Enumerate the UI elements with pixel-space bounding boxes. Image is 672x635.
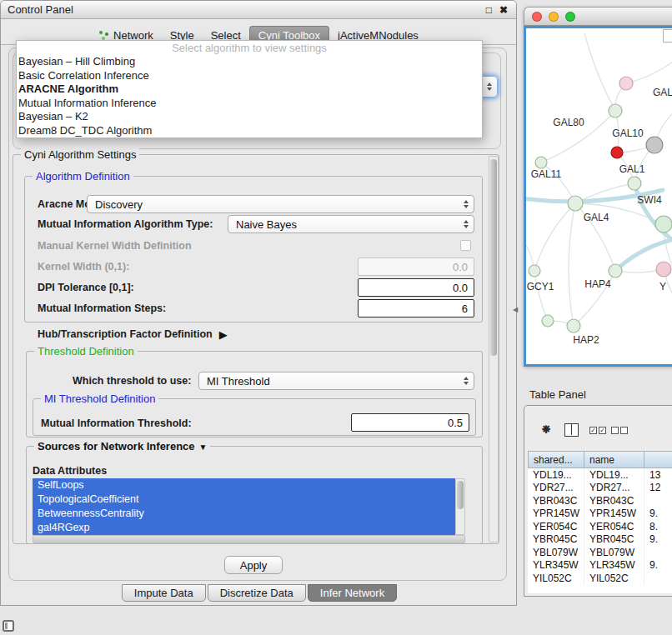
show-panel-icon[interactable] xyxy=(3,620,14,632)
network-node[interactable] xyxy=(609,264,622,278)
network-edge[interactable] xyxy=(569,203,575,326)
dropdown-placeholder: Select algorithm to view settings xyxy=(17,41,482,55)
algorithm-option-aracne-algorithm[interactable]: ARACNE Algorithm xyxy=(17,82,482,97)
node-label-gal1: GAL1 xyxy=(619,163,645,175)
table-row[interactable]: YBR043CYBR043C xyxy=(528,494,672,508)
table-row[interactable]: YPR145WYPR145W9. xyxy=(528,508,672,521)
attributes-scrollbar-vertical[interactable] xyxy=(455,478,465,535)
bottom-tab-infer-network[interactable]: Infer Network xyxy=(308,584,397,602)
network-edge[interactable] xyxy=(584,33,615,111)
table-row[interactable]: YDR27...YDR27...12 xyxy=(528,482,672,495)
table-cell: YBR045C xyxy=(528,533,584,547)
network-node[interactable] xyxy=(628,177,641,190)
network-window-titlebar xyxy=(524,7,672,26)
mi-steps-field[interactable]: 6 xyxy=(358,299,474,318)
algorithm-option-bayesian-hill-climbing[interactable]: Bayesian – Hill Climbing xyxy=(17,55,482,69)
network-node[interactable] xyxy=(611,147,623,158)
network-edge[interactable] xyxy=(626,62,672,83)
collapsed-triangle-icon[interactable]: ▶ xyxy=(219,329,228,340)
hub-section-header[interactable]: Hub/Transcription Factor Definition ▶ xyxy=(38,328,228,341)
mi-type-select[interactable]: Naive Bayes xyxy=(228,215,474,233)
network-node[interactable] xyxy=(542,315,554,327)
table-cell: YIL052C xyxy=(584,572,644,585)
expanded-triangle-icon[interactable]: ▼ xyxy=(199,442,208,452)
table-row[interactable]: YIL052CYIL052C xyxy=(528,572,672,585)
table-panel-window: ++ ✓✓ shared...name YDL19...YDL19...13YD… xyxy=(524,405,672,597)
attribute-item-betweennesscentrality[interactable]: BetweennessCentrality xyxy=(33,507,455,521)
node-label-gal: GAL xyxy=(653,87,672,98)
table-cell: YER054C xyxy=(584,520,644,533)
attribute-item-selfloops[interactable]: SelfLoops xyxy=(33,478,455,492)
settings-group-title: Cyni Algorithm Settings xyxy=(21,148,139,161)
table-body: YDL19...YDL19...13YDR27...YDR27...12YBR0… xyxy=(528,468,672,593)
columns-icon[interactable] xyxy=(564,423,579,437)
table-row[interactable]: YBL079WYBL079W xyxy=(528,546,672,559)
hub-section-label: Hub/Transcription Factor Definition xyxy=(38,328,213,341)
attribute-item-topologicalcoefficient[interactable]: TopologicalCoefficient xyxy=(33,492,455,507)
aracne-mode-select[interactable]: Discovery xyxy=(87,195,474,213)
unselect-all-columns-icon[interactable] xyxy=(611,427,628,434)
node-label-hap4: HAP4 xyxy=(584,278,611,290)
network-canvas[interactable]: GAL80GALGAL10GAL11GAL1SWI4GAL4GCY1HAP4YH… xyxy=(524,26,672,367)
float-window-icon[interactable]: □ xyxy=(486,4,492,16)
network-edge[interactable] xyxy=(534,271,548,321)
bottom-tab-discretize-data[interactable]: Discretize Data xyxy=(208,584,306,602)
table-cell: YBR043C xyxy=(528,494,584,508)
table-row[interactable]: YDL19...YDL19...13 xyxy=(528,468,672,482)
panel-splitter-arrow-icon[interactable]: ◀ xyxy=(513,306,518,313)
stepper-arrows-icon xyxy=(464,377,469,385)
column-header-shared-[interactable]: shared... xyxy=(528,451,584,468)
algorithm-option-basic-correlation-inference[interactable]: Basic Correlation Inference xyxy=(17,69,482,83)
dpi-tolerance-label: DPI Tolerance [0,1]: xyxy=(38,282,134,294)
node-label-gal4: GAL4 xyxy=(584,212,609,223)
network-node[interactable] xyxy=(656,262,671,277)
column-header-name[interactable]: name xyxy=(584,451,644,468)
select-all-columns-icon[interactable]: ✓✓ xyxy=(589,427,606,434)
table-cell: 12 xyxy=(644,482,672,495)
node-label-gal80: GAL80 xyxy=(553,117,584,128)
network-node[interactable] xyxy=(646,137,663,153)
dpi-tolerance-field[interactable]: 0.0 xyxy=(358,278,474,297)
stepper-arrows-icon xyxy=(464,200,469,208)
manual-kernel-checkbox[interactable] xyxy=(460,240,471,251)
network-node[interactable] xyxy=(609,104,622,118)
settings-scrollbar[interactable] xyxy=(489,156,499,542)
network-node[interactable] xyxy=(568,196,583,211)
control-panel-titlebar: Control Panel □ ✖ xyxy=(1,1,516,19)
minimize-traffic-light[interactable] xyxy=(549,12,559,22)
node-label-swi4: SWI4 xyxy=(637,194,662,206)
network-node[interactable] xyxy=(535,157,547,168)
sources-group-header[interactable]: Sources for Network Inference▼ xyxy=(34,440,210,453)
which-threshold-select[interactable]: MI Threshold xyxy=(198,372,474,390)
table-cell: YLR345W xyxy=(584,559,644,572)
close-traffic-light[interactable] xyxy=(532,12,542,22)
table-cell: YBL079W xyxy=(584,546,644,559)
algorithm-dropdown-popup: Select algorithm to view settings Bayesi… xyxy=(16,40,483,138)
table-header: shared...name xyxy=(528,451,672,468)
table-cell: YDR27... xyxy=(584,482,644,495)
column-header-2[interactable] xyxy=(644,451,672,468)
table-row[interactable]: YBR045CYBR045C9. xyxy=(528,533,672,547)
table-row[interactable]: YLR345WYLR345W9. xyxy=(528,559,672,572)
mi-threshold-field[interactable]: 0.5 xyxy=(351,413,469,432)
mi-threshold-label: Mutual Information Threshold: xyxy=(41,418,192,430)
algorithm-option-dream8-dc-tdc-algorithm[interactable]: Dream8 DC_TDC Algorithm xyxy=(17,124,482,138)
node-label-y: Y xyxy=(659,281,666,292)
apply-button[interactable]: Apply xyxy=(224,556,283,574)
bottom-tab-impute-data[interactable]: Impute Data xyxy=(122,584,206,602)
network-node[interactable] xyxy=(619,77,633,90)
table-cell: YDL19... xyxy=(584,468,644,482)
zoom-traffic-light[interactable] xyxy=(565,12,575,22)
network-node[interactable] xyxy=(567,319,580,332)
network-node[interactable] xyxy=(529,265,540,277)
gear-icon[interactable]: ++ xyxy=(538,421,554,438)
algorithm-option-bayesian-k2[interactable]: Bayesian – K2 xyxy=(17,110,482,124)
algorithm-option-mutual-information-inference[interactable]: Mutual Information Inference xyxy=(17,97,482,111)
close-window-icon[interactable]: ✖ xyxy=(499,4,508,16)
network-node[interactable] xyxy=(655,216,672,232)
table-cell: YLR345W xyxy=(528,559,584,572)
table-row[interactable]: YER054CYER054C8. xyxy=(528,520,672,533)
attributes-scrollbar-horizontal[interactable] xyxy=(33,535,465,543)
attribute-item-gal4rgexp[interactable]: gal4RGexp xyxy=(33,521,455,535)
stepper-arrows-icon xyxy=(487,82,492,91)
